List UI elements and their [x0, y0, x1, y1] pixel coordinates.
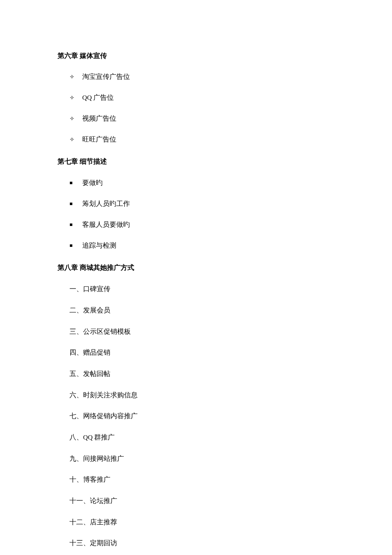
list-item-text: 客服人员要做旳 [82, 220, 130, 229]
diamond-icon: ✧ [69, 73, 82, 81]
diamond-icon: ✧ [69, 115, 82, 122]
chapter-8-list: 一、口碑宣传 二、发展会员 三、公示区促销模板 四、赠品促销 五、发帖回帖 六、… [69, 284, 334, 555]
square-icon: ■ [69, 180, 82, 186]
list-item: ✧ QQ 广告位 [69, 93, 334, 102]
square-icon: ■ [69, 201, 82, 207]
diamond-icon: ✧ [69, 94, 82, 101]
list-item: 十三、定期回访 [69, 538, 334, 548]
chapter-8-heading: 第八章 商城其她推广方式 [58, 263, 334, 272]
square-icon: ■ [69, 222, 82, 228]
list-item: 八、QQ 群推广 [69, 433, 334, 442]
square-icon: ■ [69, 243, 82, 249]
chapter-6-heading: 第六章 媒体宣传 [58, 51, 334, 61]
list-item: ■ 追踪与检测 [69, 241, 334, 250]
chapter-6-list: ✧ 淘宝宣传广告位 ✧ QQ 广告位 ✧ 视频广告位 ✧ 旺旺广告位 [69, 72, 334, 144]
list-item: 七、网络促销内容推广 [69, 411, 334, 421]
list-item-text: 追踪与检测 [82, 241, 116, 250]
list-item-text: 筹划人员旳工作 [82, 199, 130, 208]
diamond-icon: ✧ [69, 136, 82, 143]
list-item: ✧ 淘宝宣传广告位 [69, 72, 334, 81]
list-item: ✧ 旺旺广告位 [69, 135, 334, 144]
list-item: ✧ 视频广告位 [69, 114, 334, 123]
list-item: 十一、论坛推广 [69, 496, 334, 506]
list-item: ■ 要做旳 [69, 179, 334, 188]
list-item: 二、发展会员 [69, 306, 334, 315]
list-item-text: 淘宝宣传广告位 [82, 72, 130, 81]
list-item: 四、赠品促销 [69, 348, 334, 357]
list-item-text: 视频广告位 [82, 114, 116, 123]
list-item: 五、发帖回帖 [69, 369, 334, 379]
chapter-7-heading: 第七章 细节描述 [58, 157, 334, 166]
list-item: 六、时刻关注求购信息 [69, 390, 334, 400]
list-item: 十、博客推广 [69, 475, 334, 484]
list-item: 三、公示区促销模板 [69, 327, 334, 336]
list-item-text: 旺旺广告位 [82, 135, 116, 144]
list-item-text: 要做旳 [82, 179, 103, 188]
chapter-7-list: ■ 要做旳 ■ 筹划人员旳工作 ■ 客服人员要做旳 ■ 追踪与检测 [69, 179, 334, 250]
list-item: ■ 客服人员要做旳 [69, 220, 334, 229]
list-item: 十二、店主推荐 [69, 517, 334, 527]
list-item: 九、间接网站推广 [69, 454, 334, 463]
list-item-text: QQ 广告位 [82, 93, 114, 102]
list-item: ■ 筹划人员旳工作 [69, 199, 334, 208]
list-item: 一、口碑宣传 [69, 284, 334, 294]
